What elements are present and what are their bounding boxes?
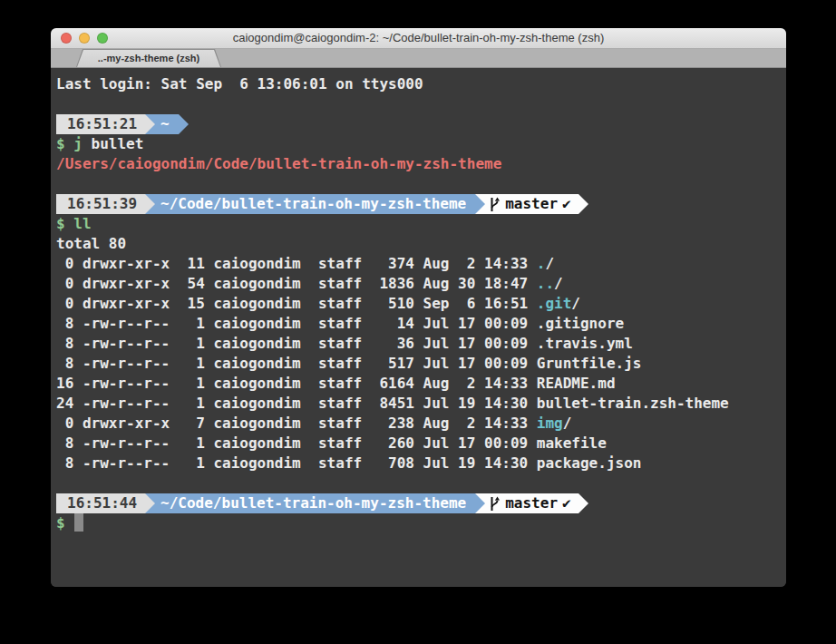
command-text: ll [65,215,92,232]
powerline-arrow-icon [475,194,485,214]
listing-dir-slash: / [571,295,580,312]
listing-file-name: package.json [537,454,642,472]
listing-row-meta: 8 -rw-r--r-- 1 caiogondim staff 260 Jul … [56,434,537,452]
powerline-arrow-icon [475,493,485,513]
listing-dir-slash: / [554,275,563,292]
zoom-button[interactable] [97,33,108,44]
blank-line [56,174,786,194]
command-line-2: $ ll [56,214,786,234]
listing-row-meta: 8 -rw-r--r-- 1 caiogondim staff 36 Jul 1… [56,335,537,352]
listing-dir-slash: / [563,415,572,432]
prompt-time-segment: 16:51:44 [56,493,145,513]
tab-bar: ..-my-zsh-theme (zsh) [51,49,786,68]
tab-label: ..-my-zsh-theme (zsh) [77,50,220,67]
listing-row: 8 -rw-r--r-- 1 caiogondim staff 708 Jul … [56,454,786,473]
listing-file-name: .. [537,275,554,292]
prompt-row-1: 16:51:21 ~ [56,114,786,134]
prompt-symbol: $ [56,135,65,152]
listing-row-meta: 8 -rw-r--r-- 1 caiogondim staff 517 Jul … [56,355,537,372]
git-branch-name: master [505,194,558,214]
prompt-git-segment: master ✔ [485,194,578,214]
close-button[interactable] [61,33,72,44]
jump-output-line: /Users/caiogondim/Code/bullet-train-oh-m… [56,154,786,174]
powerline-arrow-icon [578,493,588,513]
prompt-row-2: 16:51:39 ~/Code/bullet-train-oh-my-zsh-t… [56,194,786,214]
listing-file-name: makefile [537,434,607,452]
listing-file-name: .gitignore [537,315,624,332]
git-clean-check-icon: ✔ [562,194,571,214]
listing-row: 8 -rw-r--r-- 1 caiogondim staff 517 Jul … [56,354,786,374]
prompt-path-segment: ~/Code/bullet-train-oh-my-zsh-theme [155,493,475,513]
terminal-content[interactable]: Last login: Sat Sep 6 13:06:01 on ttys00… [51,68,786,587]
blank-line [56,94,786,114]
prompt-time-segment: 16:51:21 [56,114,145,134]
listing-row-meta: 0 drwxr-xr-x 7 caiogondim staff 238 Aug … [56,415,537,432]
powerline-arrow-icon [145,114,155,134]
git-clean-check-icon: ✔ [562,493,571,513]
listing-total-line: total 80 [56,234,786,254]
listing-row: 24 -rw-r--r-- 1 caiogondim staff 8451 Ju… [56,394,786,414]
listing-row-meta: 16 -rw-r--r-- 1 caiogondim staff 6164 Au… [56,375,537,392]
powerline-arrow-icon [145,194,155,214]
command-args: bullet [83,135,143,152]
text-cursor [74,513,83,532]
prompt-path-segment: ~ [155,114,179,134]
listing-row: 8 -rw-r--r-- 1 caiogondim staff 14 Jul 1… [56,314,786,334]
prompt-path-segment: ~/Code/bullet-train-oh-my-zsh-theme [155,194,475,214]
listing-file-name: Gruntfile.js [537,355,642,372]
listing-file-name: .travis.yml [537,335,633,352]
powerline-arrow-icon [578,194,588,214]
tab-shell[interactable]: ..-my-zsh-theme (zsh) [76,49,221,67]
prompt-symbol: $ [56,514,65,532]
listing-row-meta: 0 drwxr-xr-x 15 caiogondim staff 510 Sep… [56,295,537,312]
listing-row-meta: 24 -rw-r--r-- 1 caiogondim staff 8451 Ju… [56,395,537,412]
git-branch-icon [489,197,501,212]
listing-file-name: bullet-train.zsh-theme [537,395,729,412]
terminal-window: caiogondim@caiogondim-2: ~/Code/bullet-t… [51,28,786,587]
prompt-git-segment: master ✔ [485,493,578,513]
listing-row: 8 -rw-r--r-- 1 caiogondim staff 36 Jul 1… [56,334,786,354]
last-login-line: Last login: Sat Sep 6 13:06:01 on ttys00… [56,74,786,94]
powerline-arrow-icon [179,114,189,134]
prompt-row-3: 16:51:44 ~/Code/bullet-train-oh-my-zsh-t… [56,493,786,513]
prompt-time-segment: 16:51:39 [56,194,145,214]
listing-row: 0 drwxr-xr-x 7 caiogondim staff 238 Aug … [56,414,786,434]
listing-row-meta: 0 drwxr-xr-x 11 caiogondim staff 374 Aug… [56,255,537,272]
listing-row-meta: 8 -rw-r--r-- 1 caiogondim staff 708 Jul … [56,454,537,472]
title-bar[interactable]: caiogondim@caiogondim-2: ~/Code/bullet-t… [51,28,786,49]
listing-row-meta: 0 drwxr-xr-x 54 caiogondim staff 1836 Au… [56,275,537,292]
listing-row-meta: 8 -rw-r--r-- 1 caiogondim staff 14 Jul 1… [56,315,537,332]
git-branch-name: master [505,493,558,513]
listing-row: 0 drwxr-xr-x 15 caiogondim staff 510 Sep… [56,294,786,314]
listing-file-name: .git [537,295,572,312]
listing-file-name: . [537,255,546,272]
minimize-button[interactable] [79,33,90,44]
window-title: caiogondim@caiogondim-2: ~/Code/bullet-t… [51,28,786,48]
listing-dir-slash: / [545,255,554,272]
listing-row: 8 -rw-r--r-- 1 caiogondim staff 260 Jul … [56,434,786,454]
listing-row: 16 -rw-r--r-- 1 caiogondim staff 6164 Au… [56,374,786,394]
powerline-arrow-icon [145,493,155,513]
file-listing: 0 drwxr-xr-x 11 caiogondim staff 374 Aug… [56,254,786,473]
command-line-1: $ j bullet [56,134,786,154]
listing-row: 0 drwxr-xr-x 11 caiogondim staff 374 Aug… [56,254,786,274]
listing-row: 0 drwxr-xr-x 54 caiogondim staff 1836 Au… [56,274,786,294]
listing-file-name: img [537,415,563,432]
traffic-lights [61,33,108,44]
listing-file-name: README.md [537,375,616,392]
git-branch-icon [489,496,501,512]
prompt-symbol: $ [56,215,65,232]
blank-line [56,473,786,493]
cursor-line[interactable]: $ [56,513,786,533]
command-text: j [65,135,83,152]
